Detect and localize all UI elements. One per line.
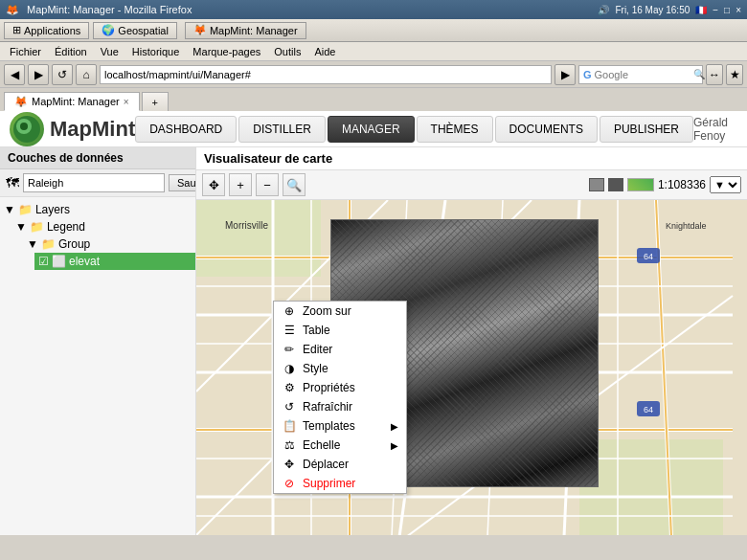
window-task-btn[interactable]: 🦊 MapMint: Manager [185, 22, 306, 39]
nav-publisher[interactable]: PUBLISHER [600, 116, 693, 143]
props-icon: ⚙ [282, 381, 297, 394]
geospatial-menu[interactable]: 🌍 Geospatial [93, 22, 177, 39]
map-area: Visualisateur de carte ✥ + − 🔍 1:108336 … [196, 147, 747, 535]
ctx-deplacer[interactable]: ✥ Déplacer [274, 455, 406, 474]
pan-tool[interactable]: ✥ [202, 173, 225, 196]
forward-button[interactable]: ▶ [28, 64, 49, 85]
main-area: Couches de données 🗺 Sauver ▼ 📁 Layers ▼… [0, 147, 747, 535]
nav-distiller[interactable]: DISTILLER [238, 116, 326, 143]
audio-icon: 🔊 [598, 5, 609, 15]
sidebar-input-row: 🗺 Sauver [0, 169, 195, 197]
tab-favicon: 🦊 [14, 96, 28, 108]
map-toolbar: ✥ + − 🔍 1:108336 ▼ [196, 170, 747, 200]
refresh-icon: ↺ [282, 400, 297, 414]
geo-icon: 🌍 [102, 24, 115, 36]
refresh-button[interactable]: ↺ [52, 64, 73, 85]
addon-btn[interactable]: ★ [726, 64, 743, 85]
layer-name: elevat [69, 255, 100, 268]
sidebar: Couches de données 🗺 Sauver ▼ 📁 Layers ▼… [0, 147, 196, 535]
ctx-table[interactable]: ☰ Table [274, 321, 406, 340]
scale-select[interactable]: ▼ [710, 176, 741, 193]
menu-edition[interactable]: Édition [49, 44, 93, 59]
menu-vue[interactable]: Vue [95, 44, 124, 59]
window-title: MapMint: Manager - Mozilla Firefox [27, 4, 192, 15]
apps-icon: ⊞ [12, 24, 21, 36]
sidebar-title: Couches de données [0, 147, 195, 169]
nav-dashboard[interactable]: DASHBOARD [135, 116, 237, 143]
new-tab-btn[interactable]: + [142, 92, 169, 111]
ctx-style[interactable]: ◑ Style [274, 359, 406, 378]
tree-legend[interactable]: ▼ 📁 Legend [11, 218, 195, 235]
menu-aide[interactable]: Aide [308, 44, 341, 59]
applications-menu[interactable]: ⊞ Applications [4, 22, 89, 39]
go-button[interactable]: ▶ [555, 64, 576, 85]
ctx-templates[interactable]: 📋 Templates ▶ [274, 416, 406, 436]
ctx-style-label: Style [303, 362, 328, 375]
maximize-btn[interactable]: □ [724, 5, 730, 15]
app-header: MapMint DASHBOARD DISTILLER MANAGER THÈM… [0, 111, 747, 147]
ctx-proprietes[interactable]: ⚙ Propriétés [274, 378, 406, 397]
search-input[interactable] [595, 69, 690, 80]
map-viewport[interactable]: 64 64 [196, 200, 747, 535]
style-icon: ◑ [282, 362, 297, 375]
zoom-out-tool[interactable]: − [256, 173, 279, 196]
svg-text:64: 64 [644, 405, 653, 414]
user-info: Gérald Fenoy [693, 116, 737, 143]
ctx-move-label: Déplacer [303, 458, 349, 471]
ctx-edit-label: Editer [303, 343, 332, 356]
svg-text:64: 64 [644, 252, 653, 261]
menu-historique[interactable]: Historique [126, 44, 186, 59]
minimize-btn[interactable]: − [713, 5, 718, 15]
layer-name-input[interactable] [23, 173, 165, 192]
move-icon: ✥ [282, 458, 297, 471]
templates-icon: 📋 [282, 419, 297, 433]
menu-marque-pages[interactable]: Marque-pages [187, 44, 266, 59]
tab-mapmint[interactable]: 🦊 MapMint: Manager × [4, 92, 140, 111]
scale-indicator: 1:108336 ▼ [589, 176, 741, 193]
svg-rect-4 [196, 200, 321, 277]
scale-icon: ⚖ [282, 438, 297, 452]
ctx-zoom-sur[interactable]: ⊕ Zoom sur [274, 302, 406, 321]
tab-label: MapMint: Manager [32, 96, 120, 107]
tree-group[interactable]: ▼ 📁 Group [23, 235, 195, 253]
expand-icon: ▼ [27, 237, 38, 251]
tree-layer-elevat[interactable]: ☑ ⬜ elevat [34, 253, 195, 270]
tab-close-btn[interactable]: × [124, 97, 129, 107]
zoom-icon[interactable]: ↔ [706, 64, 723, 85]
app-content: MapMint DASHBOARD DISTILLER MANAGER THÈM… [0, 111, 747, 535]
search-icon: 🔍 [693, 69, 705, 79]
svg-text:Knightdale: Knightdale [666, 221, 707, 231]
thumbnail-icon[interactable] [627, 178, 654, 191]
search-box[interactable]: G 🔍 [578, 65, 703, 84]
datetime: Fri, 16 May 16:50 [615, 5, 690, 15]
home-button[interactable]: ⌂ [76, 64, 97, 85]
map-title: Visualisateur de carte [196, 147, 747, 170]
ctx-rafraichir[interactable]: ↺ Rafraîchir [274, 397, 406, 416]
nav-themes[interactable]: THÈMES [417, 116, 493, 143]
save-button[interactable]: Sauver [169, 174, 196, 191]
basemap-icon-2[interactable] [608, 178, 623, 191]
nav-documents[interactable]: DOCUMENTS [495, 116, 598, 143]
zoom-in-tool[interactable]: + [229, 173, 252, 196]
menu-outils[interactable]: Outils [268, 44, 306, 59]
ctx-templates-label: Templates [303, 419, 355, 433]
tree-layers[interactable]: ▼ 📁 Layers [0, 201, 195, 218]
titlebar-left: 🦊 MapMint: Manager - Mozilla Firefox [6, 4, 192, 16]
info-tool[interactable]: 🔍 [283, 173, 306, 196]
layer-type-icon: ⬜ [52, 255, 66, 268]
close-btn[interactable]: × [736, 5, 741, 15]
nav-manager[interactable]: MANAGER [328, 116, 415, 143]
table-icon: ☰ [282, 324, 297, 337]
svg-rect-5 [579, 439, 723, 535]
basemap-icon-1[interactable] [589, 178, 604, 191]
group-label: Group [58, 237, 90, 251]
ctx-echelle[interactable]: ⚖ Echelle ▶ [274, 436, 406, 455]
ctx-supprimer[interactable]: ⊘ Supprimer [274, 474, 406, 493]
logo-text: MapMint [50, 117, 135, 142]
back-button[interactable]: ◀ [4, 64, 25, 85]
menu-fichier[interactable]: Fichier [4, 44, 47, 59]
address-bar[interactable] [100, 65, 552, 84]
folder-icon: 📁 [41, 237, 56, 251]
context-menu: ⊕ Zoom sur ☰ Table ✏ Editer ◑ Style [273, 301, 407, 494]
ctx-editer[interactable]: ✏ Editer [274, 340, 406, 359]
